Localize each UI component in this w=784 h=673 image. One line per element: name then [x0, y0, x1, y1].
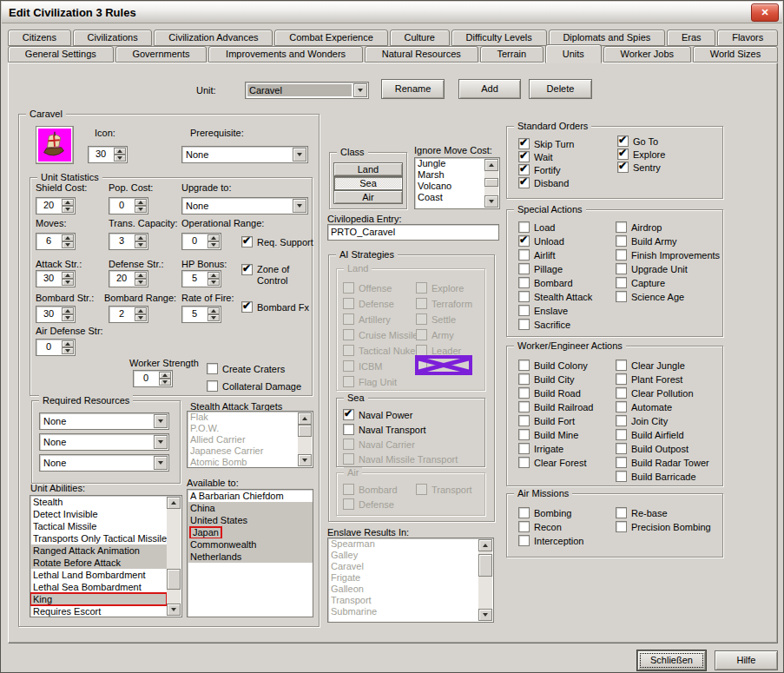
attack-str-spinner[interactable]: 30 [36, 270, 76, 287]
list-item-rotate-before-attack[interactable]: Rotate Before Attack [30, 557, 167, 569]
tab-units[interactable]: Units [545, 44, 602, 63]
dropdown-arrow-icon[interactable] [353, 83, 367, 97]
title-bar[interactable]: Edit Civilization 3 Rules ✕ [2, 2, 782, 23]
checkbox-build-barricade[interactable]: Build Barricade [616, 471, 709, 482]
spin-down-icon[interactable] [208, 241, 220, 248]
tab-governments[interactable]: Governments [115, 46, 208, 63]
tab-citizens[interactable]: Citizens [8, 30, 71, 46]
spin-down-icon[interactable] [62, 347, 74, 354]
list-item-detect-invisible[interactable]: Detect Invisible [30, 508, 167, 520]
worker-strength-spinner[interactable]: 0 [133, 370, 173, 387]
bombard-range-spinner[interactable]: 2 [109, 306, 148, 323]
list-item-coast[interactable]: Coast [415, 192, 484, 203]
spin-up-icon[interactable] [62, 234, 74, 241]
checkbox-irrigate[interactable]: Irrigate [518, 443, 593, 454]
icon-spinner[interactable]: 30 [88, 146, 128, 163]
list-item-netherlands[interactable]: Netherlands [188, 551, 313, 563]
scroll-down-icon[interactable] [478, 609, 492, 621]
spin-down-icon[interactable] [135, 206, 147, 213]
spin-up-icon[interactable] [62, 272, 74, 279]
bombard-str-spinner[interactable]: 30 [36, 306, 76, 323]
list-item-king[interactable]: King [30, 593, 167, 605]
checkbox-precision-bombing[interactable]: Precision Bombing [616, 521, 711, 532]
ignore-move-cost-list[interactable]: JungleMarshVolcanoCoast [414, 157, 500, 209]
checkbox-clear-pollution[interactable]: Clear Pollution [616, 387, 709, 399]
dropdown-arrow-icon[interactable] [154, 414, 168, 428]
class-button-air[interactable]: Air [333, 190, 403, 204]
checkbox-build-city[interactable]: Build City [518, 373, 593, 385]
checkbox-wait[interactable]: ✔Wait [518, 151, 574, 162]
dropdown-arrow-icon[interactable] [154, 435, 168, 449]
list-item-volcano[interactable]: Volcano [415, 181, 484, 192]
list-item-lethal-land-bombardment[interactable]: Lethal Land Bombardment [30, 569, 167, 581]
scroll-up-icon[interactable] [298, 412, 312, 425]
dropdown-arrow-icon[interactable] [293, 199, 306, 213]
spin-up-icon[interactable] [135, 272, 147, 279]
spin-up-icon[interactable] [208, 234, 220, 241]
help-button[interactable]: Hilfe [715, 650, 778, 670]
required-resource-1-select[interactable]: None [39, 412, 169, 430]
checkbox-recon[interactable]: Recon [518, 521, 583, 532]
list-item-japan[interactable]: Japan [188, 526, 313, 538]
checkbox-capture[interactable]: Capture [616, 277, 720, 288]
tab-natural-resources[interactable]: Natural Resources [365, 46, 478, 63]
list-item-requires-escort[interactable]: Requires Escort [30, 605, 167, 617]
scroll-thumb[interactable] [478, 554, 492, 577]
scroll-thumb[interactable] [484, 178, 498, 187]
spin-down-icon[interactable] [208, 279, 220, 286]
required-resource-2-select[interactable]: None [39, 433, 169, 451]
scroll-down-icon[interactable] [167, 604, 181, 616]
spin-down-icon[interactable] [135, 279, 147, 286]
add-button[interactable]: Add [458, 79, 521, 99]
spin-down-icon[interactable] [114, 155, 126, 162]
unit-select[interactable]: Caravel [245, 82, 369, 99]
stealth-targets-list[interactable]: FlakP.O.W.Allied CarrierJapanese Carrier… [187, 411, 313, 468]
upgrade-to-select[interactable]: None [181, 197, 308, 214]
zone-of-control-checkbox[interactable]: ✔Zone of Control [241, 264, 309, 287]
list-item-china[interactable]: China [188, 502, 313, 514]
tab-worker-jobs[interactable]: Worker Jobs [603, 46, 691, 63]
operational-range-spinner[interactable]: 0 [181, 233, 221, 250]
checkbox-sentry[interactable]: ✔Sentry [617, 162, 665, 173]
list-item-commonwealth[interactable]: Commonwealth [188, 538, 313, 551]
scrollbar[interactable] [484, 159, 498, 208]
checkbox-build-radar-tower[interactable]: Build Radar Tower [616, 457, 709, 468]
spin-up-icon[interactable] [135, 234, 147, 241]
class-button-land[interactable]: Land [333, 162, 403, 176]
dropdown-arrow-icon[interactable] [293, 148, 306, 162]
scroll-up-icon[interactable] [478, 539, 492, 551]
spin-down-icon[interactable] [62, 279, 74, 286]
checkbox-bombing[interactable]: Bombing [518, 507, 583, 518]
available-to-list[interactable]: A Barbarian ChiefdomChinaUnited StatesJa… [187, 489, 313, 617]
checkbox-build-airfield[interactable]: Build Airfield [616, 429, 709, 440]
list-item-lethal-sea-bombardment[interactable]: Lethal Sea Bombardment [30, 581, 167, 593]
tab-general-settings[interactable]: General Settings [8, 46, 114, 63]
rate-of-fire-spinner[interactable]: 5 [181, 306, 221, 323]
class-button-sea[interactable]: Sea [333, 176, 403, 190]
req-support-checkbox[interactable]: ✔Req. Support [241, 236, 313, 247]
checkbox-build-railroad[interactable]: Build Railroad [518, 401, 593, 412]
checkbox-naval-power[interactable]: ✔Naval Power [343, 409, 458, 420]
checkbox-automate[interactable]: Automate [616, 401, 709, 412]
list-item-transports-only-tactical-missile[interactable]: Transports Only Tactical Missile [30, 532, 167, 544]
spin-up-icon[interactable] [135, 307, 147, 314]
checkbox-plant-forest[interactable]: Plant Forest [616, 373, 709, 385]
trans-capacity-spinner[interactable]: 3 [109, 233, 148, 250]
checkbox-explore[interactable]: ✔Explore [617, 148, 665, 160]
checkbox-interception[interactable]: Interception [518, 535, 583, 546]
scroll-up-icon[interactable] [484, 159, 498, 171]
defense-str-spinner[interactable]: 20 [109, 270, 148, 287]
hp-bonus-spinner[interactable]: 5 [181, 270, 221, 287]
checkbox-disband[interactable]: ✔Disband [518, 177, 574, 188]
tab-difficulty-levels[interactable]: Difficulty Levels [451, 30, 547, 46]
list-item-tactical-missile[interactable]: Tactical Missile [30, 520, 167, 532]
spin-up-icon[interactable] [62, 340, 74, 347]
checkbox-clear-jungle[interactable]: Clear Jungle [616, 360, 709, 371]
list-item-stealth[interactable]: Stealth [30, 496, 167, 508]
collateral-damage-checkbox[interactable]: Collateral Damage [207, 380, 301, 392]
checkbox-join-city[interactable]: Join City [616, 415, 709, 426]
checkbox-naval-transport[interactable]: Naval Transport [343, 424, 458, 435]
tab-terrain[interactable]: Terrain [480, 46, 544, 63]
spin-up-icon[interactable] [62, 199, 74, 206]
checkbox-airdrop[interactable]: Airdrop [616, 221, 720, 233]
